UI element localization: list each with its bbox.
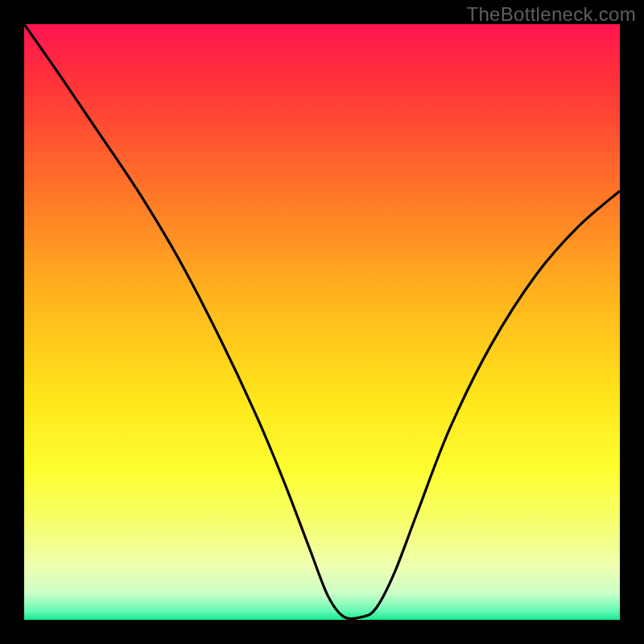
chart-frame: TheBottleneck.com [0, 0, 644, 644]
gradient-background [24, 24, 620, 620]
plot-area [24, 24, 620, 620]
watermark-text: TheBottleneck.com [466, 3, 636, 26]
bottleneck-curve [24, 24, 620, 620]
optimal-range-marker [310, 609, 369, 620]
curve-path [24, 24, 620, 619]
